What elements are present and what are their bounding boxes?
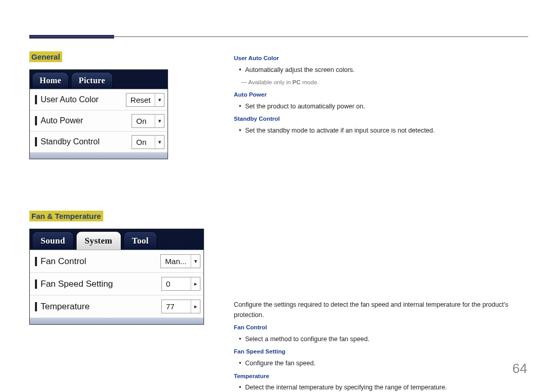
fan-tabs: Sound System Tool bbox=[30, 229, 203, 250]
row-marker bbox=[35, 279, 37, 289]
tab-home[interactable]: Home bbox=[32, 72, 69, 89]
row-temperature: Temperature 77 ▸ bbox=[30, 295, 203, 318]
heading-user-auto-color: User Auto Color bbox=[234, 54, 529, 63]
note-prefix: Available only in bbox=[248, 79, 292, 85]
stepper-value: 0 bbox=[162, 279, 191, 288]
tab-sound[interactable]: Sound bbox=[32, 231, 74, 250]
row-standby-control: Standby Control On ▾ bbox=[30, 132, 168, 153]
list-item: Configure the fan speed. bbox=[234, 359, 529, 368]
fan-description-block: Configure the settings required to detec… bbox=[234, 300, 529, 392]
chevron-down-icon: ▾ bbox=[191, 255, 200, 268]
note-pc-mode: Available only in PC mode. bbox=[234, 78, 529, 87]
list-auto-power: Set the product to automatically power o… bbox=[234, 102, 529, 111]
heading-standby-control: Standby Control bbox=[234, 115, 529, 124]
chevron-down-icon: ▾ bbox=[155, 136, 164, 148]
fan-rows: Fan Control Man... ▾ Fan Speed Setting 0… bbox=[30, 250, 203, 318]
panel-bottom-gap bbox=[30, 318, 203, 324]
note-bold: PC bbox=[292, 79, 301, 85]
fan-ui-panel: Sound System Tool Fan Control Man... ▾ F… bbox=[29, 229, 204, 325]
chevron-right-icon: ▸ bbox=[191, 300, 200, 313]
row-label: Temperature bbox=[41, 302, 161, 312]
panel-bottom-gap bbox=[30, 153, 168, 159]
list-item: Set the product to automatically power o… bbox=[234, 102, 529, 111]
row-fan-speed-setting: Fan Speed Setting 0 ▸ bbox=[30, 273, 203, 295]
heading-fan-speed-setting: Fan Speed Setting bbox=[234, 347, 529, 357]
list-fan-speed-setting: Configure the fan speed. bbox=[234, 359, 529, 368]
chevron-right-icon: ▸ bbox=[191, 277, 200, 290]
heading-auto-power: Auto Power bbox=[234, 90, 529, 100]
row-label: User Auto Color bbox=[41, 95, 126, 104]
heading-fan-control: Fan Control bbox=[234, 323, 529, 332]
stepper-temperature[interactable]: 77 ▸ bbox=[161, 300, 200, 313]
list-item: Set the standby mode to activate if an i… bbox=[234, 126, 529, 136]
row-auto-power: Auto Power On ▾ bbox=[30, 110, 168, 132]
dropdown-value: Reset bbox=[126, 96, 155, 104]
list-temperature: Detect the internal temperature by speci… bbox=[234, 383, 529, 392]
row-label: Auto Power bbox=[41, 116, 132, 125]
right-column: User Auto Color Automatically adjust the… bbox=[234, 51, 529, 392]
chevron-down-icon: ▾ bbox=[155, 115, 164, 127]
row-marker bbox=[35, 95, 37, 104]
list-item: Automatically adjust the screen colors. bbox=[234, 65, 529, 75]
tab-tool[interactable]: Tool bbox=[123, 231, 158, 250]
dropdown-value: On bbox=[132, 117, 155, 125]
row-label: Standby Control bbox=[41, 137, 132, 146]
dropdown-standby-control[interactable]: On ▾ bbox=[132, 135, 164, 149]
stepper-fan-speed[interactable]: 0 ▸ bbox=[161, 277, 200, 291]
header-rule bbox=[29, 36, 528, 37]
row-marker bbox=[35, 137, 37, 146]
tab-picture[interactable]: Picture bbox=[71, 72, 113, 89]
stepper-value: 77 bbox=[162, 302, 191, 311]
general-ui-panel: Home Picture User Auto Color Reset ▾ Aut… bbox=[29, 69, 168, 159]
row-label: Fan Speed Setting bbox=[41, 279, 161, 289]
tab-system[interactable]: System bbox=[76, 231, 121, 250]
dropdown-value: Man... bbox=[161, 257, 191, 266]
note-suffix: mode. bbox=[301, 79, 319, 85]
list-item: Select a method to configure the fan spe… bbox=[234, 334, 529, 344]
heading-temperature: Temperature bbox=[234, 372, 529, 381]
list-item: Detect the internal temperature by speci… bbox=[234, 383, 529, 392]
section-title-general: General bbox=[29, 51, 62, 62]
list-fan-control: Select a method to configure the fan spe… bbox=[234, 334, 529, 344]
chevron-down-icon: ▾ bbox=[155, 94, 164, 106]
row-user-auto-color: User Auto Color Reset ▾ bbox=[30, 89, 168, 110]
general-rows: User Auto Color Reset ▾ Auto Power On ▾ … bbox=[30, 89, 168, 153]
general-tabs: Home Picture bbox=[30, 70, 168, 89]
fan-intro: Configure the settings required to detec… bbox=[234, 300, 529, 320]
left-column: General Home Picture User Auto Color Res… bbox=[29, 51, 204, 325]
row-marker bbox=[35, 302, 37, 311]
dropdown-auto-power[interactable]: On ▾ bbox=[132, 114, 164, 128]
row-label: Fan Control bbox=[41, 256, 160, 267]
row-marker bbox=[35, 257, 37, 266]
section-title-fan: Fan & Temperature bbox=[29, 211, 103, 221]
dropdown-user-auto-color[interactable]: Reset ▾ bbox=[126, 93, 164, 107]
dropdown-fan-control[interactable]: Man... ▾ bbox=[160, 254, 200, 268]
dropdown-value: On bbox=[132, 138, 155, 146]
list-user-auto-color: Automatically adjust the screen colors. bbox=[234, 65, 529, 75]
row-fan-control: Fan Control Man... ▾ bbox=[30, 250, 203, 273]
list-standby-control: Set the standby mode to activate if an i… bbox=[234, 126, 529, 136]
page-number: 64 bbox=[512, 361, 527, 377]
row-marker bbox=[35, 116, 37, 125]
